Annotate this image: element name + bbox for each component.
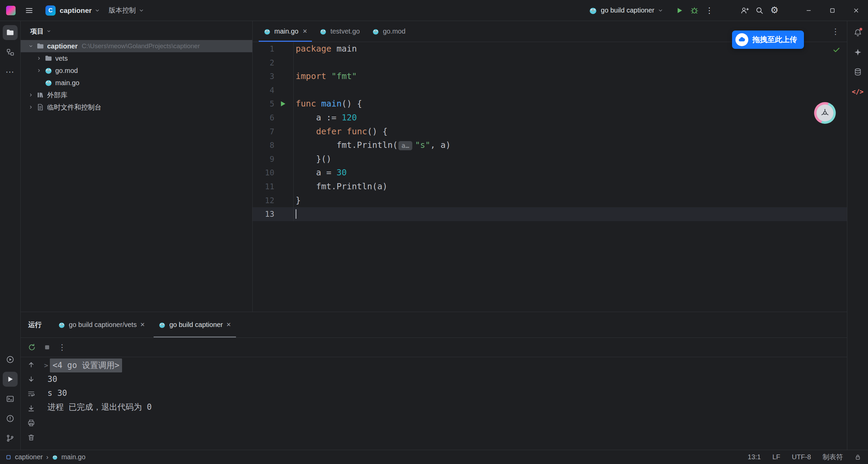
project-tool-button[interactable] xyxy=(3,25,18,40)
notifications-button[interactable] xyxy=(850,25,865,40)
tree-row-maingo[interactable]: main.go xyxy=(21,77,252,89)
titlebar-right: go build captioner ⋮ xyxy=(589,0,868,21)
project-mini-icon xyxy=(5,454,12,460)
scroll-to-end-icon[interactable] xyxy=(27,404,35,412)
problems-tool-button[interactable] xyxy=(3,411,18,426)
run-icon xyxy=(6,375,15,384)
more-actions-button[interactable]: ⋮ xyxy=(702,3,717,18)
breadcrumb-file[interactable]: main.go xyxy=(61,453,85,461)
line-number: 7 xyxy=(253,125,294,139)
run-tool-button[interactable] xyxy=(3,372,18,387)
terminal-tool-button[interactable] xyxy=(3,391,18,406)
code-line[interactable]: 2 xyxy=(253,56,847,70)
code-editor[interactable]: 1 package main 2 3 import "fmt" 4 xyxy=(253,42,847,312)
database-icon xyxy=(853,67,862,76)
chevron-down-icon[interactable] xyxy=(27,44,35,49)
editor-options-button[interactable]: ⋮ xyxy=(824,21,847,42)
print-icon[interactable] xyxy=(27,419,35,427)
run-line-icon[interactable] xyxy=(278,99,287,108)
gear-icon: ⚙ xyxy=(770,6,778,15)
search-everywhere-button[interactable] xyxy=(752,3,767,18)
structure-tool-button[interactable] xyxy=(3,45,18,60)
kebab-icon[interactable]: ⋮ xyxy=(58,343,66,352)
tree-row-scratches[interactable]: 临时文件和控制台 xyxy=(21,101,252,113)
fold-expand-icon[interactable]: > xyxy=(43,359,49,372)
endpoints-button[interactable]: </> xyxy=(850,84,865,99)
close-button[interactable] xyxy=(844,0,868,21)
breadcrumb-project[interactable]: captioner xyxy=(15,453,43,461)
problems-icon xyxy=(6,414,15,423)
close-icon[interactable]: ✕ xyxy=(140,321,145,328)
services-tool-button[interactable] xyxy=(3,352,18,367)
statusbar-breadcrumb[interactable]: captioner › main.go xyxy=(5,453,85,461)
debug-button[interactable] xyxy=(687,3,702,18)
code-line[interactable]: 3 import "fmt" xyxy=(253,70,847,83)
close-icon[interactable]: ✕ xyxy=(302,28,307,35)
code-line[interactable]: 6 a := 120 xyxy=(253,111,847,125)
maximize-button[interactable] xyxy=(821,0,844,21)
code-line[interactable]: 7 defer func() { xyxy=(253,125,847,139)
ai-assistant-button[interactable] xyxy=(850,45,865,60)
rerun-button[interactable] xyxy=(27,343,36,352)
tree-label: 外部库 xyxy=(47,91,67,100)
run-tab-captioner[interactable]: go build captioner ✕ xyxy=(152,312,238,337)
tree-row-captioner[interactable]: captioner C:\Users\meow\GolandProjects\c… xyxy=(21,40,252,52)
lock-icon[interactable] xyxy=(854,454,861,461)
code-line[interactable]: 4 xyxy=(253,83,847,97)
file-encoding[interactable]: UTF-8 xyxy=(792,453,811,461)
main-menu-button[interactable] xyxy=(22,3,37,18)
chevron-right-icon[interactable] xyxy=(35,68,43,73)
tab-testvet-go[interactable]: testvet.go xyxy=(313,21,366,42)
settings-button[interactable]: ⚙ xyxy=(767,3,782,18)
down-stack-icon[interactable] xyxy=(27,375,35,383)
indent-style[interactable]: 制表符 xyxy=(823,452,843,462)
code-line[interactable]: 12 } xyxy=(253,194,847,208)
code-line[interactable]: 10 a = 30 xyxy=(253,166,847,180)
chevron-right-icon[interactable] xyxy=(27,105,35,110)
more-tool-windows-button[interactable]: ⋯ xyxy=(3,64,18,79)
go-file-icon xyxy=(158,321,166,329)
close-icon[interactable]: ✕ xyxy=(226,321,231,328)
caret-position[interactable]: 13:1 xyxy=(748,453,761,461)
code-line[interactable]: 9 }() xyxy=(253,152,847,166)
stop-button[interactable] xyxy=(43,343,51,351)
run-panel-tabbar: 运行 go build captioner/vets ✕ go build ca… xyxy=(21,312,847,338)
run-tab-label: go build captioner xyxy=(169,321,223,329)
code-line-current[interactable]: 13 xyxy=(253,207,847,221)
up-stack-icon[interactable] xyxy=(27,361,35,369)
vcs-widget[interactable]: 版本控制 xyxy=(109,6,144,15)
project-widget-name: captioner xyxy=(60,6,92,15)
code-line[interactable]: 11 fmt.Println(a) xyxy=(253,180,847,194)
project-widget[interactable]: C captioner xyxy=(45,5,100,16)
drag-upload-overlay[interactable]: 拖拽至此上传 xyxy=(732,31,804,49)
clear-console-icon[interactable] xyxy=(27,433,35,442)
tree-row-vets[interactable]: vets xyxy=(21,52,252,64)
code-line[interactable]: 5 func main() { xyxy=(253,97,847,111)
tree-row-gomod[interactable]: go.mod xyxy=(21,64,252,77)
tree-row-external-libraries[interactable]: 外部库 xyxy=(21,89,252,101)
go-file-icon xyxy=(319,28,327,35)
inspections-ok-icon[interactable] xyxy=(832,45,841,54)
run-button[interactable] xyxy=(672,3,687,18)
database-button[interactable] xyxy=(850,64,865,79)
code-line[interactable]: 8 fmt.Println(a…"s", a) xyxy=(253,138,847,152)
chevron-down-icon xyxy=(46,29,51,34)
tab-main-go[interactable]: main.go ✕ xyxy=(257,21,313,42)
version-control-tool-button[interactable] xyxy=(3,431,18,446)
run-configuration-selector[interactable]: go build captioner xyxy=(589,6,663,15)
chevron-right-icon[interactable] xyxy=(27,93,35,97)
console-folded-text[interactable]: <4 go 设置调用> xyxy=(50,359,122,372)
minimize-button[interactable] xyxy=(797,0,821,21)
git-branch-icon xyxy=(6,434,15,443)
line-ending[interactable]: LF xyxy=(772,453,780,461)
chevron-right-icon[interactable] xyxy=(35,56,43,61)
chevron-down-icon xyxy=(658,8,663,13)
run-console[interactable]: > <4 go 设置调用> 30 s 30 进程 已完成，退出代码为 0 xyxy=(42,357,847,450)
project-panel-header[interactable]: 项目 xyxy=(21,22,252,40)
add-user-button[interactable] xyxy=(737,3,752,18)
soft-wrap-icon[interactable] xyxy=(27,390,35,398)
console-output-line: s 30 xyxy=(42,386,847,400)
tab-go-mod[interactable]: go.mod xyxy=(366,21,412,42)
run-tab-captioner-vets[interactable]: go build captioner/vets ✕ xyxy=(51,312,152,337)
floating-assistant-ball[interactable] xyxy=(814,102,836,124)
